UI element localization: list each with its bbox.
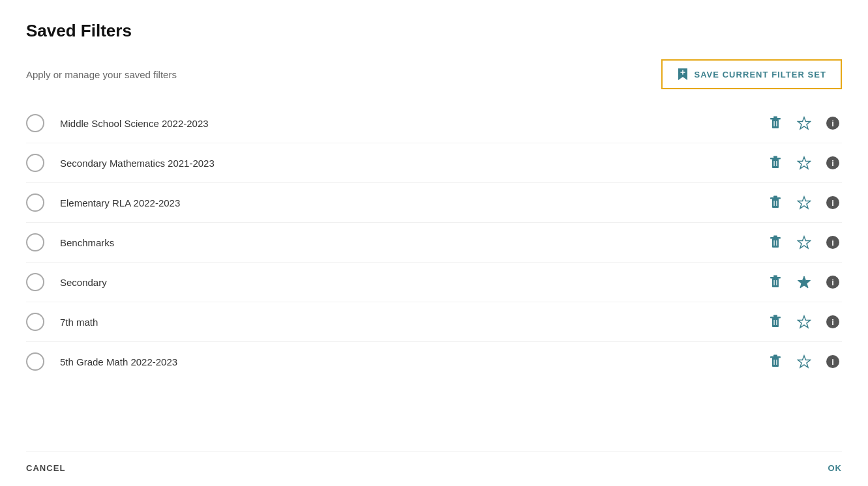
- svg-rect-20: [776, 201, 777, 206]
- svg-rect-36: [776, 280, 777, 285]
- favorite-filter-icon[interactable]: [795, 193, 813, 212]
- svg-rect-17: [770, 197, 781, 199]
- dialog-title: Saved Filters: [26, 21, 842, 41]
- svg-text:i: i: [831, 198, 834, 208]
- saved-filters-dialog: Saved Filters Apply or manage your saved…: [0, 0, 868, 486]
- delete-filter-icon[interactable]: [766, 313, 785, 331]
- svg-rect-40: [772, 318, 779, 327]
- svg-marker-5: [798, 117, 811, 129]
- filter-info-icon[interactable]: i: [824, 114, 842, 132]
- delete-filter-icon[interactable]: [766, 233, 785, 251]
- filter-name: 5th Grade Math 2022-2023: [60, 356, 766, 367]
- filter-actions: i: [766, 114, 842, 132]
- list-item: Middle School Science 2022-2023 i: [26, 104, 842, 143]
- svg-rect-35: [774, 280, 775, 285]
- svg-text:i: i: [831, 119, 834, 128]
- svg-rect-41: [770, 317, 781, 319]
- list-item: Benchmarks i: [26, 223, 842, 263]
- filter-info-icon[interactable]: i: [824, 233, 842, 251]
- filter-actions: i: [766, 193, 842, 212]
- filter-actions: i: [766, 154, 842, 172]
- filter-info-icon[interactable]: i: [824, 313, 842, 331]
- svg-rect-8: [772, 159, 779, 168]
- svg-rect-3: [774, 121, 775, 126]
- svg-rect-50: [773, 355, 777, 357]
- filter-name: Elementary RLA 2022-2023: [60, 197, 766, 208]
- svg-marker-21: [798, 197, 811, 208]
- svg-rect-0: [772, 119, 779, 128]
- filter-actions: i: [766, 352, 842, 371]
- svg-marker-13: [798, 157, 811, 169]
- filter-name: Secondary Mathematics 2021-2023: [60, 158, 766, 169]
- svg-rect-49: [770, 356, 781, 358]
- svg-rect-28: [776, 240, 777, 246]
- svg-text:i: i: [831, 238, 834, 248]
- svg-marker-53: [798, 356, 811, 367]
- filter-info-icon[interactable]: i: [824, 352, 842, 371]
- svg-rect-52: [776, 360, 777, 365]
- dialog-header: Apply or manage your saved filters SAVE …: [26, 59, 842, 89]
- filter-name: Benchmarks: [60, 237, 766, 248]
- svg-rect-43: [774, 320, 775, 325]
- favorite-filter-icon[interactable]: [795, 313, 813, 331]
- svg-text:i: i: [831, 278, 834, 287]
- svg-rect-26: [773, 236, 777, 238]
- filter-actions: i: [766, 313, 842, 331]
- svg-rect-1: [770, 118, 781, 120]
- svg-rect-44: [776, 320, 777, 325]
- svg-rect-11: [774, 161, 775, 166]
- filter-radio-3[interactable]: [26, 193, 44, 212]
- favorite-filter-icon[interactable]: [795, 233, 813, 251]
- svg-rect-24: [772, 238, 779, 248]
- filter-radio-1[interactable]: [26, 114, 44, 132]
- dialog-subtitle: Apply or manage your saved filters: [26, 69, 177, 80]
- bookmark-icon: [677, 67, 689, 81]
- svg-rect-25: [770, 237, 781, 239]
- delete-filter-icon[interactable]: [766, 193, 785, 212]
- filter-radio-5[interactable]: [26, 273, 44, 291]
- favorite-filter-icon[interactable]: [795, 154, 813, 172]
- svg-rect-27: [774, 240, 775, 246]
- favorite-filter-icon[interactable]: [795, 114, 813, 132]
- svg-rect-51: [774, 360, 775, 365]
- svg-rect-34: [773, 276, 777, 278]
- filter-name: Secondary: [60, 277, 766, 288]
- filter-actions: i: [766, 233, 842, 251]
- filter-radio-7[interactable]: [26, 352, 44, 371]
- dialog-footer: CANCEL OK: [26, 451, 842, 473]
- list-item: 5th Grade Math 2022-2023 i: [26, 342, 842, 381]
- svg-rect-19: [774, 201, 775, 206]
- filter-name: Middle School Science 2022-2023: [60, 118, 766, 129]
- favorite-filter-icon[interactable]: [795, 273, 813, 291]
- delete-filter-icon[interactable]: [766, 154, 785, 172]
- svg-rect-32: [772, 278, 779, 287]
- svg-marker-29: [798, 236, 811, 248]
- filter-info-icon[interactable]: i: [824, 273, 842, 291]
- svg-rect-10: [773, 156, 777, 158]
- svg-rect-18: [773, 196, 777, 198]
- save-current-filter-set-button[interactable]: SAVE CURRENT FILTER SET: [661, 59, 842, 89]
- save-button-label: SAVE CURRENT FILTER SET: [694, 70, 826, 79]
- cancel-button[interactable]: CANCEL: [26, 463, 65, 473]
- filter-radio-4[interactable]: [26, 233, 44, 251]
- filter-info-icon[interactable]: i: [824, 193, 842, 212]
- delete-filter-icon[interactable]: [766, 114, 785, 132]
- ok-button[interactable]: OK: [828, 463, 842, 473]
- filter-radio-2[interactable]: [26, 154, 44, 172]
- favorite-filter-icon[interactable]: [795, 352, 813, 371]
- list-item: Secondary i: [26, 263, 842, 302]
- svg-rect-2: [773, 117, 777, 119]
- svg-rect-33: [770, 277, 781, 279]
- delete-filter-icon[interactable]: [766, 352, 785, 371]
- svg-text:i: i: [831, 357, 834, 367]
- list-item: Secondary Mathematics 2021-2023 i: [26, 143, 842, 183]
- list-item: Elementary RLA 2022-2023 i: [26, 183, 842, 223]
- svg-rect-48: [772, 358, 779, 367]
- svg-rect-4: [776, 121, 777, 126]
- svg-rect-42: [773, 315, 777, 317]
- delete-filter-icon[interactable]: [766, 273, 785, 291]
- filter-info-icon[interactable]: i: [824, 154, 842, 172]
- svg-rect-12: [776, 161, 777, 166]
- svg-rect-16: [772, 199, 779, 208]
- filter-radio-6[interactable]: [26, 313, 44, 331]
